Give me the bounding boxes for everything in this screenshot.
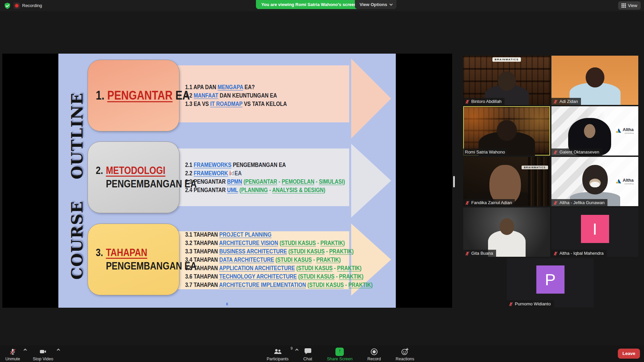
outline-item: 2.3 PENGANTAR BPMN (PENGANTAR - PEMODELA… [185,178,345,186]
altha-consulting-logo: Althaconsulting [616,178,634,185]
person-silhouette [497,120,517,141]
outline-item: 2.2 FRAMEWORK idEA [185,169,345,178]
participant-name-badge: Adi Zidan [551,98,581,105]
outline-item: 3.1 TAHAPAN PROJECT PLANNING [185,231,373,239]
stop-video-button[interactable]: Stop Video [33,346,53,361]
section-box-metodologi: 2. METODOLOGI PENGEMBANGAN EA [88,141,179,213]
muted-mic-icon [508,302,513,306]
shared-screen-region: COURSE OUTLINE 1. PENGANTAR EA 2. METODO… [2,54,452,308]
presentation-slide: COURSE OUTLINE 1. PENGANTAR EA 2. METODO… [58,54,396,308]
security-shield-icon[interactable] [4,2,11,9]
outline-item: 1.2 MANFAAT DAN KEUNTUNGAN EA [185,92,287,100]
participant-name-badge: Bintoro Abdillah [463,98,504,105]
participant-name: Romi Satria Wahono [465,149,505,155]
reactions-button[interactable]: Reactions [395,346,414,361]
person-silhouette [586,67,604,87]
section-2-items: 2.1 FRAMEWORKS PENGEMBANGAN EA2.2 FRAMEW… [185,161,345,194]
outline-item: 3.4 TAHAPAN DATA ARCHITECTURE (STUDI KAS… [185,256,373,264]
muted-mic-icon [553,200,558,205]
participant-initial-avatar: P [536,265,565,294]
participants-panel: BRAINMATICS Bintoro Abdillah Adi ZidanRo… [452,11,644,345]
participant-tile[interactable]: BRAINMATICS Bintoro Abdillah [463,56,550,105]
grid-view-icon [622,3,626,8]
person-silhouette [498,71,516,91]
participant-tile[interactable]: Gita Buana [463,207,550,257]
muted-mic-icon [465,200,470,205]
section-box-pengantar: 1. PENGANTAR EA [88,60,179,131]
recording-label: Recording [22,3,42,8]
meeting-top-bar: Recording You are viewing Romi Satria Wa… [0,0,644,11]
participant-name-badge: Fandika Zainul Adian [463,199,515,206]
brainmatics-logo: BRAINMATICS [492,57,521,62]
outline-item: 3.7 TAHAPAN ARCHITECTURE IMPLEMENTATION … [185,281,373,289]
participant-name: Adi Zidan [559,99,578,104]
record-icon [370,348,378,356]
brainmatics-logo: BRAINMATICS [522,166,548,169]
participant-name: Galent Oktanaseven [559,149,599,155]
muted-mic-icon [9,348,16,356]
chat-icon [304,348,312,356]
chat-button[interactable]: Chat [303,346,312,361]
outline-item: 3.2 TAHAPAN ARCHITECTURE VISION (STUDI K… [185,239,373,247]
participants-count: 9 [290,346,292,350]
face-mask [589,179,601,187]
chevron-down-icon [389,2,393,6]
participant-tile[interactable]: Althaconsulting Altha - Jefika Gunawan [551,157,638,206]
altha-consulting-logo: Althaconsulting [616,127,634,134]
meeting-toolbar: Unmute Stop Video 9 Participants [0,345,644,362]
muted-mic-icon [553,251,558,256]
participant-name: Bintoro Abdillah [471,99,501,104]
reactions-smiley-icon [401,348,409,356]
participant-name-badge: Altha - Iqbal Mahendra [551,250,607,257]
person-silhouette [584,124,595,138]
view-button[interactable]: View [618,1,641,10]
participant-tile[interactable]: P Purnomo Widianto [507,258,594,307]
outline-item: 2.1 FRAMEWORKS PENGEMBANGAN EA [185,161,345,169]
camera-icon [39,348,47,356]
bookshelf-strip [528,157,550,206]
share-screen-icon [335,348,344,356]
participant-initial-avatar: I [581,215,609,243]
unmute-button[interactable]: Unmute [5,346,20,361]
panel-resize-handle[interactable] [453,176,455,187]
participants-button[interactable]: 9 Participants [267,346,288,361]
participant-name: Altha - Jefika Gunawan [559,200,604,205]
participant-name: Altha - Iqbal Mahendra [559,251,604,256]
section-1-items: 1.1 APA DAN MENGAPA EA?1.2 MANFAAT DAN K… [185,83,287,108]
participants-icon: 9 [273,348,282,356]
participant-name-badge: Altha - Jefika Gunawan [551,199,607,206]
participant-name-badge: Galent Oktanaseven [551,148,602,156]
muted-mic-icon [553,150,558,155]
participants-caret[interactable] [295,349,299,352]
muted-mic-icon [465,251,470,256]
participant-name: Purnomo Widianto [515,301,551,306]
outline-item: 3.3 TAHAPAN BUSINESS ARCHITECTURE (STUDI… [185,247,373,256]
arrow-head-2 [351,144,391,218]
participant-name-badge: Romi Satria Wahono [463,148,508,156]
outline-item: 3.5 TAHAPAN APPLICATION ARCHITECTURE (ST… [185,264,373,273]
share-screen-button[interactable]: Share Screen [327,346,353,361]
participant-tile[interactable]: BRAINMATICS Fandika Zainul Adian [463,157,550,206]
participant-tile[interactable]: I Altha - Iqbal Mahendra [551,207,638,257]
participant-name-badge: Purnomo Widianto [507,300,554,307]
section-3-items: 3.1 TAHAPAN PROJECT PLANNING3.2 TAHAPAN … [185,231,373,289]
video-options-caret[interactable] [57,349,60,352]
slide-vertical-title: COURSE OUTLINE [68,93,86,280]
participant-name-badge: Gita Buana [463,250,496,257]
person-silhouette [499,218,514,235]
participant-name: Fandika Zainul Adian [471,200,512,205]
record-button[interactable]: Record [367,346,381,361]
leave-button[interactable]: Leave [618,349,640,359]
muted-mic-icon [465,99,470,104]
viewing-screen-banner: You are viewing Romi Satria Wahono's scr… [256,0,362,9]
participant-tile[interactable]: Romi Satria Wahono [463,106,550,156]
unmute-options-caret[interactable] [23,349,27,352]
participant-name: Gita Buana [471,251,493,256]
participant-tile[interactable]: Adi Zidan [551,56,638,105]
participant-tile[interactable]: Althaconsulting Galent Oktanaseven [551,106,638,156]
outline-item: 1.3 EA VS IT ROADMAP VS TATA KELOLA [185,100,287,108]
recording-icon [13,2,20,9]
outline-item: 1.1 APA DAN MENGAPA EA? [185,83,287,92]
view-options-button[interactable]: View Options [355,0,396,9]
section-box-tahapan: 3. TAHAPAN PENGEMBANGAN EA [88,224,179,295]
